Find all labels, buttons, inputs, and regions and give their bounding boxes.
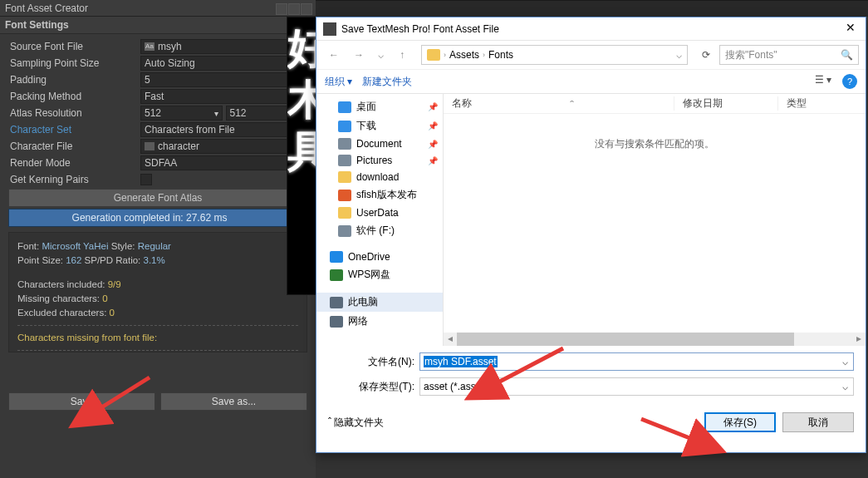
sidebar-item[interactable]: sfish版本发布 [316, 185, 443, 205]
column-type[interactable]: 类型 [778, 96, 815, 111]
view-options-button[interactable]: ☰ ▾ [814, 74, 832, 89]
font-asset-creator-panel: Font Asset Creator Font Settings Source … [0, 0, 316, 478]
sidebar-item[interactable]: 软件 (F:) [316, 221, 443, 240]
folder-icon [338, 155, 351, 166]
sidebar-item[interactable]: UserData [316, 205, 443, 221]
pin-icon: 📌 [428, 102, 438, 111]
atlas-width-dropdown[interactable]: 512 [140, 106, 223, 121]
file-icon [145, 142, 154, 150]
sidebar-item[interactable]: Pictures📌 [316, 152, 443, 169]
sidebar-item[interactable]: 网络 [316, 312, 443, 331]
sidebar-item[interactable]: 桌面📌 [316, 97, 443, 116]
window-controls [275, 3, 312, 15]
save-button[interactable]: Save [8, 392, 155, 411]
help-button[interactable]: ? [842, 74, 857, 89]
folder-icon [338, 101, 351, 113]
window-icon[interactable] [301, 3, 312, 15]
generation-status: Generation completed in: 27.62 ms [8, 209, 291, 227]
organize-menu[interactable]: 组织 ▾ [325, 75, 352, 89]
window-icon[interactable] [276, 3, 287, 15]
sidebar-item[interactable]: 此电脑 [316, 293, 443, 312]
filetype-label: 保存类型(T): [328, 380, 419, 394]
breadcrumb[interactable]: › Assets › Fonts ⌵ [421, 45, 688, 65]
label-padding: Padding [10, 74, 140, 86]
pin-icon: 📌 [428, 121, 438, 131]
label-charset: Character Set [10, 124, 140, 136]
forward-button[interactable]: → [348, 46, 370, 64]
column-name[interactable]: 名称 [444, 96, 674, 111]
folder-icon [330, 269, 343, 281]
dark-strip [316, 0, 868, 17]
folder-icon [338, 121, 351, 132]
padding-input[interactable]: 5 [140, 72, 307, 87]
scroll-left-button[interactable]: ◂ [444, 333, 457, 346]
cancel-button[interactable]: 取消 [782, 412, 854, 432]
folder-icon [338, 207, 351, 219]
column-date[interactable]: 修改日期 [674, 96, 778, 111]
label-source-font: Source Font File [10, 41, 140, 52]
hide-folders-toggle[interactable]: ˆ 隐藏文件夹 [328, 416, 384, 430]
folder-icon [330, 251, 343, 263]
save-as-button[interactable]: Save as... [160, 392, 307, 411]
scroll-right-button[interactable]: ▸ [852, 333, 866, 346]
dark-strip-bottom [316, 453, 868, 478]
folder-icon [338, 138, 351, 150]
pin-icon: 📌 [428, 140, 438, 149]
label-kerning: Get Kerning Pairs [10, 174, 140, 185]
folder-icon [338, 190, 351, 201]
sidebar-item[interactable]: OneDrive [316, 249, 443, 265]
generate-atlas-button[interactable]: Generate Font Atlas [8, 189, 307, 207]
filename-label: 文件名(N): [328, 355, 419, 369]
folder-icon [338, 171, 351, 183]
charfile-field[interactable]: character⊙ [140, 139, 307, 154]
sidebar-item[interactable]: WPS网盘 [316, 265, 443, 284]
file-list-area: 名称 修改日期 类型 没有与搜索条件匹配的项。 ◂ ▸ [444, 94, 866, 346]
folder-shortcut-icon [427, 49, 440, 61]
back-button[interactable]: ← [323, 46, 345, 64]
search-input[interactable]: 搜索"Fonts" 🔍 [719, 45, 859, 65]
label-sampling: Sampling Point Size [10, 57, 140, 69]
folder-icon [338, 225, 351, 237]
folder-icon [330, 297, 343, 308]
info-box: Font: Microsoft YaHei Style: Regular Poi… [8, 232, 307, 352]
close-button[interactable]: ✕ [841, 21, 861, 36]
refresh-button[interactable]: ⟳ [696, 49, 716, 61]
kerning-checkbox[interactable] [140, 174, 152, 185]
render-dropdown[interactable]: SDFAA [140, 155, 307, 170]
packing-dropdown[interactable]: Fast [140, 89, 307, 104]
app-icon [323, 22, 336, 36]
breadcrumb-item[interactable]: Assets [449, 49, 479, 61]
search-icon: 🔍 [841, 49, 853, 61]
section-header: Font Settings [0, 17, 316, 34]
scroll-thumb[interactable] [457, 333, 794, 346]
filetype-select[interactable]: asset (*.asset) [419, 377, 854, 396]
charset-dropdown[interactable]: Characters from File [140, 122, 307, 137]
save-dialog-button[interactable]: 保存(S) [704, 412, 776, 432]
source-font-field[interactable]: Aamsyh⊙ [140, 39, 307, 54]
sampling-dropdown[interactable]: Auto Sizing [140, 56, 307, 71]
label-render: Render Mode [10, 157, 140, 169]
save-dialog: Save TextMesh Pro! Font Asset File ✕ ← →… [316, 17, 866, 453]
filename-input[interactable]: msyh SDF.asset [419, 352, 854, 371]
folder-icon [330, 316, 343, 328]
empty-message: 没有与搜索条件匹配的项。 [444, 114, 866, 151]
breadcrumb-item[interactable]: Fonts [488, 49, 513, 61]
window-icon[interactable] [288, 3, 300, 15]
new-folder-button[interactable]: 新建文件夹 [362, 75, 412, 89]
recent-button[interactable]: ⌵ [373, 46, 388, 64]
nav-sidebar: 桌面📌下载📌Document📌Pictures📌downloadsfish版本发… [316, 94, 444, 346]
sidebar-item[interactable]: download [316, 169, 443, 185]
missing-chars-header: Characters missing from font file: [17, 331, 298, 345]
label-packing: Packing Method [10, 91, 140, 102]
dialog-title: Save TextMesh Pro! Font Asset File [341, 23, 499, 35]
pin-icon: 📌 [428, 156, 438, 165]
panel-title: Font Asset Creator [0, 0, 316, 17]
label-charfile: Character File [10, 140, 140, 152]
sidebar-item[interactable]: Document📌 [316, 136, 443, 152]
horizontal-scrollbar[interactable]: ◂ ▸ [444, 333, 866, 346]
sidebar-item[interactable]: 下载📌 [316, 116, 443, 136]
up-button[interactable]: ↑ [391, 46, 413, 64]
label-atlas-res: Atlas Resolution [10, 107, 140, 119]
